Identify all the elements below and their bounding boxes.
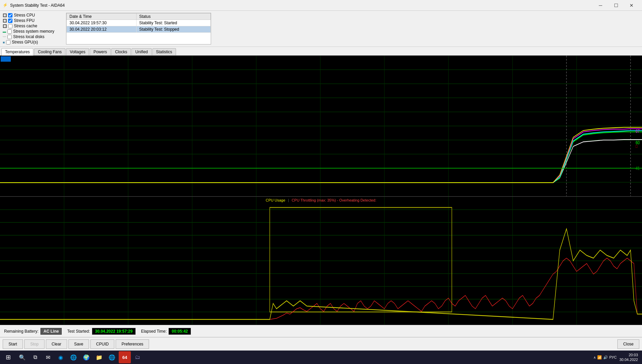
gpu-icon: ■	[3, 40, 5, 44]
battery-label: Remaining Battery:	[4, 329, 38, 334]
save-button[interactable]: Save	[68, 339, 89, 349]
battery-status: Remaining Battery: AC Line	[4, 328, 62, 335]
battery-value: AC Line	[40, 328, 62, 335]
taskbar-browser2[interactable]: 🌐	[67, 351, 80, 363]
stress-options-panel: 🔲 Stress CPU 🔲 Stress FPU 🔲 Stress cache…	[3, 13, 63, 44]
stress-cache-option[interactable]: 🔲 Stress cache	[3, 24, 63, 28]
clear-button[interactable]: Clear	[46, 339, 67, 349]
elapsed-value: 00:05:42	[169, 328, 191, 335]
log-table: Date & Time Status 30.04.2022 19:57:30 S…	[66, 13, 211, 33]
chevron-icon[interactable]: ∧	[593, 356, 596, 359]
test-started-value: 30.04.2022 19:57:29	[92, 328, 136, 335]
cpu-usage-label: CPU Usage	[266, 198, 285, 202]
cpu-usage-chart: CPU Usage | CPU Throttling (max: 35%) - …	[0, 197, 642, 325]
taskbar: ⊞ 🔍 ⧉ ✉ ◉ 🌐 🌍 📁 🌐 64 🗂 ∧ 📶 🔊 РУС 20:03 3…	[0, 351, 642, 364]
test-started-status: Test Started: 30.04.2022 19:57:29	[67, 328, 136, 335]
stress-fpu-option[interactable]: 🔲 Stress FPU	[3, 18, 63, 23]
taskbar-sys-icons: ∧ 📶 🔊 РУС	[593, 355, 617, 360]
tab-temperatures[interactable]: Temperatures	[1, 48, 33, 56]
toolbar: Start Stop Clear Save CPUID Preferences …	[0, 337, 642, 351]
taskbar-files[interactable]: 📁	[93, 351, 105, 363]
taskbar-time-value: 20:03	[619, 353, 638, 357]
stress-cpu-checkbox[interactable]	[8, 13, 12, 18]
start-button[interactable]: Start	[3, 339, 23, 349]
app-icon: ⚡	[3, 3, 8, 8]
tab-powers[interactable]: Powers	[90, 48, 111, 55]
stress-disks-option[interactable]: 〰 Stress local disks	[3, 34, 63, 39]
network-icon[interactable]: 📶	[597, 355, 602, 360]
cpuid-button[interactable]: CPUID	[90, 339, 114, 349]
taskbar-task-view[interactable]: ⧉	[29, 351, 41, 363]
elapsed-status: Elapsed Time: 00:05:42	[141, 328, 191, 335]
taskbar-mail[interactable]: ✉	[42, 351, 54, 363]
log-header-datetime: Date & Time	[67, 13, 137, 20]
log-datetime-1: 30.04.2022 19:57:30	[67, 20, 137, 26]
stop-button[interactable]: Stop	[24, 339, 45, 349]
close-window-button[interactable]: ✕	[624, 0, 639, 11]
keyboard-lang[interactable]: РУС	[609, 355, 617, 359]
stress-gpu-checkbox[interactable]	[6, 40, 10, 44]
volume-icon[interactable]: 🔊	[603, 355, 608, 360]
tabs-bar: Temperatures Cooling Fans Voltages Power…	[0, 47, 642, 56]
cpu-divider: |	[288, 198, 289, 202]
minimize-button[interactable]: ─	[593, 0, 608, 11]
stress-disks-label: Stress local disks	[13, 34, 45, 39]
taskbar-date-value: 30.04.2022	[619, 357, 638, 362]
top-area: 🔲 Stress CPU 🔲 Stress FPU 🔲 Stress cache…	[0, 11, 642, 47]
main-content: 🔲 Stress CPU 🔲 Stress FPU 🔲 Stress cache…	[0, 11, 642, 351]
elapsed-label: Elapsed Time:	[141, 329, 167, 334]
cache-icon: 🔲	[3, 24, 7, 28]
taskbar-search[interactable]: 🔍	[16, 351, 28, 363]
taskbar-aida64[interactable]: 64	[119, 351, 131, 363]
log-header-status: Status	[136, 13, 210, 20]
tab-unified[interactable]: Unified	[132, 48, 151, 55]
stress-cpu-label: Stress CPU	[14, 13, 35, 18]
temp-chart-svg: 67 60 □ 41	[0, 56, 642, 196]
test-started-label: Test Started:	[67, 329, 90, 334]
tab-voltages[interactable]: Voltages	[66, 48, 89, 55]
stress-cache-label: Stress cache	[14, 24, 37, 28]
tab-statistics[interactable]: Statistics	[152, 48, 176, 55]
log-table-wrapper: Date & Time Status 30.04.2022 19:57:30 S…	[66, 13, 211, 44]
temperature-chart: ✓ CPU ✓ CPU Core #1 ✓ CPU Core #2 ✓ CPU …	[0, 56, 642, 197]
stress-cpu-option[interactable]: 🔲 Stress CPU	[3, 13, 63, 18]
stress-fpu-checkbox[interactable]	[8, 19, 12, 23]
cpu-throttling-label: CPU Throttling (max: 35%) - Overheating …	[292, 198, 376, 202]
log-datetime-2: 30.04.2022 20:03:12	[67, 26, 137, 33]
stress-memory-option[interactable]: ▬ Stress system memory	[3, 29, 63, 34]
stress-disks-checkbox[interactable]	[7, 35, 12, 39]
window-controls: ─ ☐ ✕	[593, 0, 639, 11]
log-row-1: 30.04.2022 19:57:30 Stability Test: Star…	[67, 20, 211, 26]
stress-gpu-option[interactable]: ■ Stress GPU(s)	[3, 40, 63, 44]
titlebar: ⚡ System Stability Test - AIDA64 ─ ☐ ✕	[0, 0, 642, 11]
log-status-1: Stability Test: Started	[136, 20, 210, 26]
svg-text:□: □	[636, 144, 638, 149]
temp-indicator	[1, 56, 11, 62]
cpu-chart-svg	[0, 197, 642, 325]
preferences-button[interactable]: Preferences	[116, 339, 149, 349]
taskbar-edge[interactable]: 🌐	[106, 351, 118, 363]
close-button[interactable]: Close	[617, 339, 639, 349]
disk-icon: 〰	[3, 35, 6, 39]
taskbar-browser1[interactable]: ◉	[55, 351, 67, 363]
status-bar: Remaining Battery: AC Line Test Started:…	[0, 325, 642, 337]
start-menu-button[interactable]: ⊞	[1, 351, 15, 364]
stress-memory-checkbox[interactable]	[7, 29, 12, 34]
taskbar-browser3[interactable]: 🌍	[80, 351, 92, 363]
charts-area: ✓ CPU ✓ CPU Core #1 ✓ CPU Core #2 ✓ CPU …	[0, 56, 642, 325]
stress-cache-checkbox[interactable]	[8, 24, 12, 28]
cpu-chart-legend: CPU Usage | CPU Throttling (max: 35%) - …	[266, 198, 376, 202]
tab-cooling-fans[interactable]: Cooling Fans	[34, 48, 65, 55]
taskbar-right: ∧ 📶 🔊 РУС 20:03 30.04.2022	[593, 353, 641, 362]
stress-memory-label: Stress system memory	[13, 29, 54, 34]
tab-clocks[interactable]: Clocks	[111, 48, 131, 55]
window-title: System Stability Test - AIDA64	[10, 3, 593, 8]
stress-gpu-label: Stress GPU(s)	[12, 40, 38, 44]
taskbar-clock[interactable]: 20:03 30.04.2022	[619, 353, 638, 362]
stress-fpu-label: Stress FPU	[14, 18, 34, 23]
log-status-2: Stability Test: Stopped	[136, 26, 210, 33]
taskbar-icons: 🔍 ⧉ ✉ ◉ 🌐 🌍 📁 🌐 64 🗂	[15, 351, 145, 363]
restore-button[interactable]: ☐	[608, 0, 624, 11]
memory-icon: ▬	[3, 30, 6, 33]
taskbar-app2[interactable]: 🗂	[132, 351, 144, 363]
